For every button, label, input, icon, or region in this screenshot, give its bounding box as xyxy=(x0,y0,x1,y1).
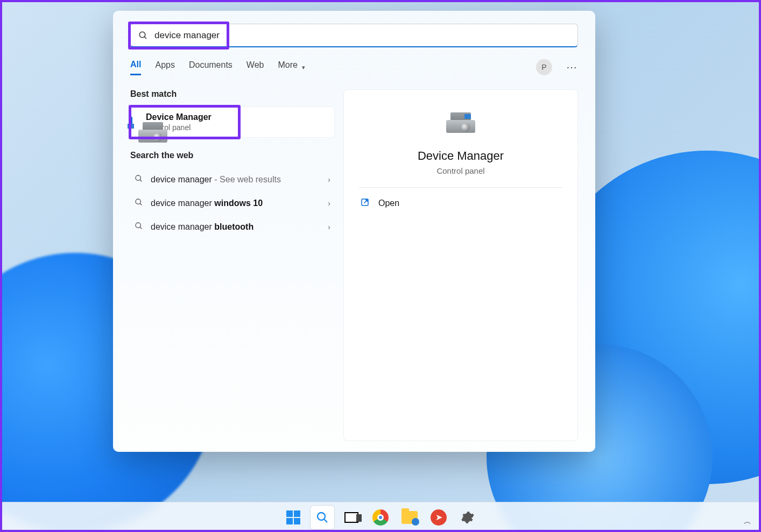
search-icon xyxy=(135,198,143,209)
device-manager-icon xyxy=(443,109,478,139)
more-options-button[interactable]: ⋯ xyxy=(566,61,578,74)
taskbar-explorer-button[interactable] xyxy=(398,506,421,529)
svg-point-0 xyxy=(139,32,145,38)
detail-title: Device Manager xyxy=(418,149,504,163)
web-result[interactable]: device manager - See web results › xyxy=(130,168,335,191)
svg-point-9 xyxy=(318,513,325,520)
folder-icon xyxy=(401,511,418,524)
tab-web[interactable]: Web xyxy=(246,60,264,74)
best-match-label: Best match xyxy=(130,89,335,99)
result-title: Device Manager xyxy=(146,112,212,122)
chevron-right-icon: › xyxy=(328,175,330,184)
chevron-right-icon: › xyxy=(328,199,330,208)
best-match-result[interactable]: Device Manager Control panel xyxy=(130,107,335,138)
taskbar-chrome-button[interactable] xyxy=(369,506,392,529)
tab-all[interactable]: All xyxy=(130,60,141,75)
user-avatar[interactable]: P xyxy=(536,59,552,75)
svg-point-6 xyxy=(136,223,140,228)
web-result-text: device manager - See web results xyxy=(151,175,281,185)
taskbar-start-button[interactable] xyxy=(281,506,305,529)
taskbar-search-button[interactable] xyxy=(311,506,334,529)
tab-apps[interactable]: Apps xyxy=(155,60,174,74)
detail-pane: Device Manager Control panel Open xyxy=(343,89,578,441)
taskbar-settings-button[interactable] xyxy=(456,506,480,529)
taskbar: ➤ xyxy=(0,502,761,532)
divider xyxy=(359,187,562,188)
taskbar-tray-chevron[interactable]: ︿ xyxy=(744,517,751,527)
svg-line-7 xyxy=(140,227,142,229)
open-external-icon xyxy=(360,197,370,209)
web-result[interactable]: device manager bluetooth › xyxy=(130,215,335,239)
svg-point-2 xyxy=(136,175,140,180)
search-box[interactable] xyxy=(130,24,578,47)
search-icon xyxy=(138,31,148,40)
svg-line-3 xyxy=(140,180,142,181)
svg-line-5 xyxy=(140,203,142,205)
start-search-panel: All Apps Documents Web More ▾ P ⋯ Best m… xyxy=(113,11,595,452)
svg-line-1 xyxy=(144,37,146,39)
web-result-text: device manager bluetooth xyxy=(151,222,253,232)
taskbar-taskview-button[interactable] xyxy=(340,506,363,529)
chevron-down-icon: ▾ xyxy=(302,64,305,71)
filter-tabs: All Apps Documents Web More ▾ P ⋯ xyxy=(130,59,578,75)
open-action[interactable]: Open xyxy=(359,192,562,215)
chevron-right-icon: › xyxy=(328,223,330,231)
svg-point-4 xyxy=(136,199,140,204)
web-result-text: device manager windows 10 xyxy=(151,198,263,208)
detail-subtitle: Control panel xyxy=(436,166,484,175)
svg-line-10 xyxy=(324,519,327,522)
results-column: Best match Device Manager Control panel … xyxy=(130,89,335,441)
taskbar-app-button[interactable]: ➤ xyxy=(427,506,450,529)
gear-icon xyxy=(461,510,475,524)
search-icon xyxy=(135,174,143,185)
tab-more[interactable]: More xyxy=(278,60,297,74)
open-label: Open xyxy=(378,198,399,208)
search-web-label: Search the web xyxy=(130,151,335,160)
tab-documents[interactable]: Documents xyxy=(189,60,232,74)
web-result[interactable]: device manager windows 10 › xyxy=(130,191,335,215)
search-icon xyxy=(135,222,143,232)
search-input[interactable] xyxy=(154,30,570,41)
